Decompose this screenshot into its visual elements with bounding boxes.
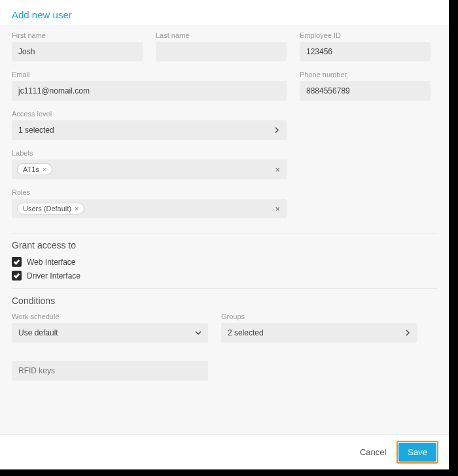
- employee-id-input[interactable]: [300, 42, 431, 61]
- clear-roles-icon[interactable]: ×: [275, 204, 280, 214]
- access-level-label: Access level: [12, 110, 287, 118]
- dialog-title: Add new user: [12, 9, 437, 20]
- groups-select[interactable]: 2 selected: [221, 323, 417, 343]
- dialog-footer: Cancel Save: [0, 434, 449, 469]
- groups-label: Groups: [221, 313, 417, 320]
- chip-remove-icon[interactable]: ×: [43, 166, 46, 173]
- roles-tagbox[interactable]: Users (Default) × ×: [12, 199, 287, 218]
- work-schedule-select[interactable]: Use default: [12, 323, 208, 343]
- label-chip-text: AT1s: [23, 165, 39, 173]
- save-button-highlight: Save: [396, 441, 438, 464]
- divider: [12, 233, 437, 233]
- conditions-title: Conditions: [12, 296, 437, 306]
- labels-tagbox[interactable]: AT1s × ×: [12, 160, 287, 179]
- label-chip: AT1s ×: [17, 163, 52, 175]
- driver-interface-checkbox[interactable]: [12, 271, 22, 280]
- dialog-header: Add new user: [0, 0, 449, 26]
- grant-access-title: Grant access to: [12, 240, 437, 250]
- last-name-input[interactable]: [156, 42, 287, 61]
- work-schedule-label: Work schedule: [12, 313, 208, 320]
- divider: [12, 288, 437, 289]
- work-schedule-value: Use default: [18, 328, 58, 337]
- driver-interface-label: Driver Interface: [27, 271, 80, 280]
- phone-input[interactable]: [300, 81, 431, 101]
- chevron-right-icon: [273, 127, 280, 133]
- email-input[interactable]: [12, 81, 287, 101]
- form-area: First name Last name Employee ID Email P…: [0, 26, 449, 434]
- access-level-select[interactable]: 1 selected: [12, 120, 287, 140]
- rfid-keys-input[interactable]: [12, 361, 208, 381]
- role-chip-text: Users (Default): [23, 205, 71, 212]
- phone-label: Phone number: [300, 71, 431, 78]
- chevron-right-icon: [404, 330, 411, 336]
- employee-id-label: Employee ID: [300, 31, 431, 39]
- email-label: Email: [12, 71, 287, 78]
- save-button[interactable]: Save: [398, 443, 436, 462]
- web-interface-checkbox[interactable]: [12, 257, 22, 267]
- role-chip: Users (Default) ×: [17, 203, 84, 214]
- web-interface-label: Web Interface: [27, 258, 75, 267]
- first-name-input[interactable]: [12, 42, 143, 61]
- first-name-label: First name: [12, 31, 143, 39]
- chevron-down-icon: [195, 330, 202, 336]
- chip-remove-icon[interactable]: ×: [75, 205, 79, 212]
- frame-border-bottom: [0, 469, 458, 476]
- groups-value: 2 selected: [228, 328, 264, 337]
- labels-label: Labels: [12, 149, 287, 157]
- last-name-label: Last name: [156, 31, 287, 39]
- roles-label: Roles: [12, 188, 287, 196]
- access-level-value: 1 selected: [18, 126, 54, 135]
- cancel-button[interactable]: Cancel: [356, 442, 390, 462]
- frame-border-right: [449, 0, 458, 476]
- clear-labels-icon[interactable]: ×: [275, 165, 280, 175]
